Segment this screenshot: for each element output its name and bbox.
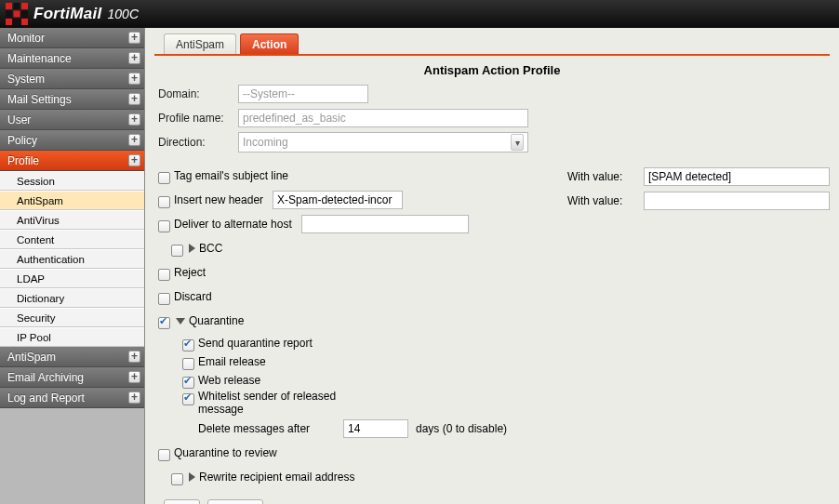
quarantine-review-checkbox[interactable] — [158, 449, 170, 461]
rewrite-recipient-label: Rewrite recipient email address — [199, 471, 354, 484]
bcc-checkbox[interactable] — [171, 245, 183, 257]
quarantine-checkbox[interactable] — [158, 317, 170, 329]
collapse-icon[interactable] — [128, 154, 140, 166]
tag-subject-with-label: With value: — [567, 170, 634, 183]
rewrite-recipient-checkbox[interactable] — [171, 473, 183, 485]
expand-icon[interactable] — [128, 113, 140, 126]
main-panel: AntiSpam Action Antispam Action Profile … — [145, 28, 839, 504]
panel-title: Antispam Action Profile — [154, 63, 830, 77]
q-whitelist-checkbox[interactable] — [182, 393, 194, 405]
nav-monitor[interactable]: Monitor — [0, 28, 144, 48]
svg-rect-4 — [14, 11, 20, 18]
q-delete-after-input[interactable] — [343, 419, 408, 438]
insert-header-with-input[interactable] — [644, 192, 830, 210]
direction-label: Direction: — [158, 136, 238, 149]
insert-header-with-label: With value: — [567, 194, 634, 207]
tag-subject-with-input[interactable] — [644, 167, 830, 186]
nav-user[interactable]: User — [0, 110, 144, 130]
expand-down-icon[interactable] — [176, 318, 185, 325]
quarantine-label: Quarantine — [189, 314, 244, 327]
svg-rect-1 — [14, 3, 20, 9]
insert-header-checkbox[interactable] — [158, 196, 170, 208]
brand-logo — [6, 3, 28, 25]
deliver-alt-host-label: Deliver to alternate host — [174, 218, 292, 231]
q-send-report-label: Send quarantine report — [198, 337, 313, 350]
direction-select[interactable]: Incoming ▾ — [238, 132, 528, 153]
tab-action[interactable]: Action — [240, 33, 299, 54]
tag-subject-checkbox[interactable] — [158, 172, 170, 184]
discard-label: Discard — [174, 290, 212, 303]
nav-profile-session[interactable]: Session — [0, 171, 144, 191]
nav-profile-content[interactable]: Content — [0, 230, 144, 249]
tag-subject-label: Tag email's subject line — [174, 169, 288, 182]
insert-header-label: Insert new header — [174, 193, 263, 206]
q-delete-after-suffix: days (0 to disable) — [416, 422, 507, 435]
bcc-label: BCC — [199, 242, 222, 255]
reject-label: Reject — [174, 266, 206, 279]
nav-profile[interactable]: Profile — [0, 151, 144, 171]
profile-name-label: Profile name: — [158, 112, 238, 125]
nav-antispam[interactable]: AntiSpam — [0, 347, 144, 367]
expand-icon[interactable] — [128, 351, 140, 363]
direction-value: Incoming — [243, 136, 288, 149]
q-whitelist-label: Whitelist sender of released message — [198, 390, 356, 416]
q-delete-after-label: Delete messages after — [198, 422, 343, 435]
deliver-alt-host-checkbox[interactable] — [158, 220, 170, 232]
svg-rect-3 — [6, 11, 12, 18]
nav-policy[interactable]: Policy — [0, 130, 144, 151]
nav-mail-settings[interactable]: Mail Settings — [0, 89, 144, 110]
svg-rect-6 — [6, 19, 12, 25]
expand-right-icon[interactable] — [189, 472, 195, 482]
q-email-release-checkbox[interactable] — [182, 358, 194, 370]
quarantine-review-label: Quarantine to review — [174, 446, 277, 459]
nav-profile-ippool[interactable]: IP Pool — [0, 327, 144, 347]
domain-input — [238, 85, 368, 103]
nav-system[interactable]: System — [0, 69, 144, 89]
domain-label: Domain: — [158, 87, 238, 100]
nav-profile-antivirus[interactable]: AntiVirus — [0, 210, 144, 230]
svg-rect-0 — [6, 3, 12, 9]
expand-icon[interactable] — [128, 32, 140, 44]
svg-rect-8 — [21, 19, 28, 25]
nav-log-report[interactable]: Log and Report — [0, 388, 144, 408]
tab-row: AntiSpam Action — [154, 33, 830, 56]
q-web-release-label: Web release — [198, 374, 260, 387]
discard-checkbox[interactable] — [158, 293, 170, 305]
expand-right-icon[interactable] — [189, 244, 195, 253]
q-email-release-label: Email release — [198, 355, 266, 368]
nav-email-archiving[interactable]: Email Archiving — [0, 367, 144, 388]
nav-profile-authentication[interactable]: Authentication — [0, 249, 144, 269]
expand-icon[interactable] — [128, 52, 140, 64]
expand-icon[interactable] — [128, 391, 140, 404]
chevron-down-icon: ▾ — [511, 134, 524, 151]
nav-profile-antispam[interactable]: AntiSpam — [0, 191, 144, 210]
top-bar: FortiMail 100C — [0, 0, 839, 28]
svg-rect-7 — [14, 19, 20, 25]
expand-icon[interactable] — [128, 73, 140, 85]
reject-checkbox[interactable] — [158, 269, 170, 281]
deliver-alt-host-input[interactable] — [301, 215, 469, 233]
svg-rect-5 — [21, 11, 28, 18]
svg-rect-2 — [21, 3, 28, 9]
brand-name: FortiMail — [33, 5, 102, 23]
ok-button[interactable]: OK — [164, 499, 200, 504]
expand-icon[interactable] — [128, 93, 140, 105]
tab-antispam[interactable]: AntiSpam — [164, 33, 236, 54]
insert-header-name-input[interactable] — [273, 191, 403, 209]
nav-profile-dictionary[interactable]: Dictionary — [0, 288, 144, 308]
nav-profile-security[interactable]: Security — [0, 308, 144, 327]
nav-maintenance[interactable]: Maintenance — [0, 48, 144, 69]
nav-profile-ldap[interactable]: LDAP — [0, 269, 144, 288]
sidebar: Monitor Maintenance System Mail Settings… — [0, 28, 145, 504]
expand-icon[interactable] — [128, 134, 140, 146]
brand-model: 100C — [108, 7, 139, 21]
expand-icon[interactable] — [128, 371, 140, 383]
cancel-button[interactable]: Cancel — [207, 499, 262, 504]
q-web-release-checkbox[interactable] — [182, 377, 194, 389]
profile-name-input — [238, 109, 528, 127]
q-send-report-checkbox[interactable] — [182, 339, 194, 351]
